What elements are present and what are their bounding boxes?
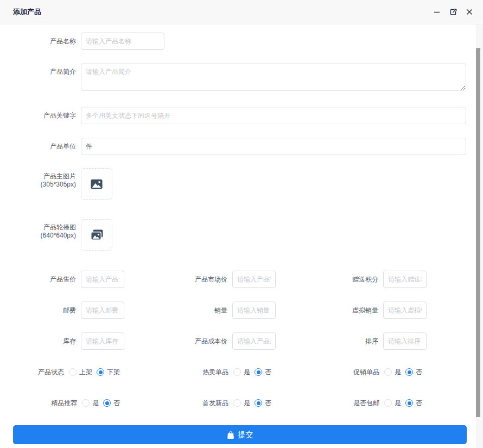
maximize-icon bbox=[449, 8, 457, 16]
unit-input[interactable] bbox=[81, 138, 466, 155]
featured-label: 精品推荐 bbox=[0, 394, 77, 412]
radio-checked-icon bbox=[405, 399, 413, 407]
intro-label: 产品简介 bbox=[0, 63, 76, 93]
field-row-sales: 邮费 销量 虚拟销量 bbox=[0, 302, 483, 319]
submit-button[interactable]: 提交 bbox=[13, 425, 467, 444]
radio-option-hot-yes[interactable]: 是 bbox=[233, 368, 250, 377]
promo-radio-group: 是 否 bbox=[384, 363, 427, 381]
postage-label: 邮费 bbox=[0, 302, 76, 319]
field-row-name: 产品名称 bbox=[0, 33, 483, 50]
submit-row: 提交 bbox=[13, 425, 467, 444]
add-product-form: 产品名称 产品简介 产品关键字 产品单位 产品主图片 (305*305px) bbox=[0, 24, 483, 444]
name-input[interactable] bbox=[81, 33, 164, 50]
radio-option-featured-yes[interactable]: 是 bbox=[82, 399, 99, 408]
radio-option-off-shelf[interactable]: 下架 bbox=[97, 368, 120, 377]
window-title: 添加产品 bbox=[13, 7, 41, 17]
radio-option-label: 是 bbox=[244, 399, 250, 408]
cost-price-input[interactable] bbox=[232, 332, 276, 350]
radio-checked-icon bbox=[255, 368, 262, 376]
radio-checked-icon bbox=[255, 399, 262, 407]
radio-option-hot-no[interactable]: 否 bbox=[255, 368, 271, 377]
field-row-main-image: 产品主图片 (305*305px) bbox=[0, 168, 483, 200]
main-image-label-line1: 产品主图片 bbox=[0, 172, 76, 181]
image-icon bbox=[91, 179, 103, 189]
radio-option-new-no[interactable]: 否 bbox=[255, 399, 271, 408]
window-titlebar: 添加产品 bbox=[0, 0, 483, 24]
radio-option-shipping-no[interactable]: 否 bbox=[405, 399, 422, 408]
field-row-stock: 库存 产品成本价 排序 bbox=[0, 332, 483, 350]
radio-unchecked-icon bbox=[69, 368, 77, 376]
status-radio-group: 上架 下架 bbox=[69, 363, 124, 381]
field-row-unit: 产品单位 bbox=[0, 138, 483, 155]
sales-input[interactable] bbox=[232, 302, 276, 319]
hot-radio-group: 是 否 bbox=[233, 363, 276, 381]
points-label: 赠送积分 bbox=[276, 271, 378, 288]
close-button[interactable] bbox=[465, 7, 474, 17]
radio-unchecked-icon bbox=[384, 368, 392, 376]
radio-option-on-shelf[interactable]: 上架 bbox=[69, 368, 92, 377]
field-row-prices: 产品售价 产品市场价 赠送积分 bbox=[0, 271, 483, 288]
postage-input[interactable] bbox=[81, 302, 124, 319]
radio-option-promo-no[interactable]: 否 bbox=[405, 368, 422, 377]
status-label: 产品状态 bbox=[0, 363, 64, 381]
radio-unchecked-icon bbox=[82, 399, 90, 407]
virtual-sales-input[interactable] bbox=[383, 302, 427, 319]
sales-label: 销量 bbox=[124, 302, 227, 319]
images-icon bbox=[91, 229, 103, 240]
free-shipping-label: 是否包邮 bbox=[276, 394, 379, 412]
carousel-image-label-line2: (640*640px) bbox=[0, 232, 76, 240]
radio-option-label: 否 bbox=[265, 368, 271, 377]
window-controls bbox=[432, 7, 474, 17]
price-input[interactable] bbox=[81, 271, 124, 288]
radio-option-shipping-yes[interactable]: 是 bbox=[384, 399, 401, 408]
radio-option-label: 否 bbox=[416, 368, 422, 377]
keywords-input[interactable] bbox=[81, 107, 466, 124]
main-image-label-line2: (305*305px) bbox=[0, 181, 76, 189]
radio-option-label: 下架 bbox=[107, 368, 120, 377]
field-row-status: 产品状态 上架 下架 热卖单品 是 bbox=[0, 363, 483, 381]
minimize-button[interactable] bbox=[432, 7, 442, 17]
radio-option-label: 否 bbox=[113, 399, 120, 408]
radio-checked-icon bbox=[405, 368, 413, 376]
radio-option-featured-no[interactable]: 否 bbox=[103, 399, 120, 408]
new-arrival-radio-group: 是 否 bbox=[233, 394, 276, 412]
stock-label: 库存 bbox=[0, 332, 76, 350]
bag-icon bbox=[227, 431, 234, 439]
radio-option-promo-yes[interactable]: 是 bbox=[384, 368, 401, 377]
radio-option-label: 上架 bbox=[79, 368, 92, 377]
radio-option-label: 否 bbox=[265, 399, 271, 408]
virtual-sales-label: 虚拟销量 bbox=[276, 302, 378, 319]
free-shipping-radio-group: 是 否 bbox=[384, 394, 427, 412]
market-price-input[interactable] bbox=[232, 271, 276, 288]
radio-option-label: 是 bbox=[395, 399, 401, 408]
market-price-label: 产品市场价 bbox=[124, 271, 227, 288]
main-image-upload[interactable] bbox=[81, 168, 112, 200]
new-arrival-label: 首发新品 bbox=[124, 394, 228, 412]
radio-option-label: 是 bbox=[92, 399, 99, 408]
radio-checked-icon bbox=[97, 368, 104, 376]
main-image-label: 产品主图片 (305*305px) bbox=[0, 168, 76, 200]
price-label: 产品售价 bbox=[0, 271, 76, 288]
keywords-label: 产品关键字 bbox=[0, 107, 76, 124]
radio-unchecked-icon bbox=[233, 368, 241, 376]
featured-radio-group: 是 否 bbox=[82, 394, 124, 412]
carousel-image-upload[interactable] bbox=[81, 219, 112, 251]
unit-label: 产品单位 bbox=[0, 138, 76, 155]
radio-unchecked-icon bbox=[384, 399, 392, 407]
scrollbar-thumb[interactable] bbox=[476, 48, 480, 417]
cost-price-label: 产品成本价 bbox=[124, 332, 227, 350]
radio-unchecked-icon bbox=[233, 399, 241, 407]
sort-input[interactable] bbox=[383, 332, 427, 350]
close-icon bbox=[466, 8, 473, 16]
maximize-button[interactable] bbox=[448, 7, 458, 17]
name-label: 产品名称 bbox=[0, 33, 76, 50]
carousel-image-label-line1: 产品轮播图 bbox=[0, 223, 76, 232]
points-input[interactable] bbox=[383, 271, 427, 288]
radio-option-new-yes[interactable]: 是 bbox=[233, 399, 250, 408]
intro-textarea[interactable] bbox=[81, 63, 466, 91]
field-row-flags: 精品推荐 是 否 首发新品 是 bbox=[0, 394, 483, 412]
field-row-keywords: 产品关键字 bbox=[0, 107, 483, 124]
radio-option-label: 是 bbox=[244, 368, 250, 377]
stock-input[interactable] bbox=[81, 332, 124, 350]
hot-label: 热卖单品 bbox=[124, 363, 228, 381]
